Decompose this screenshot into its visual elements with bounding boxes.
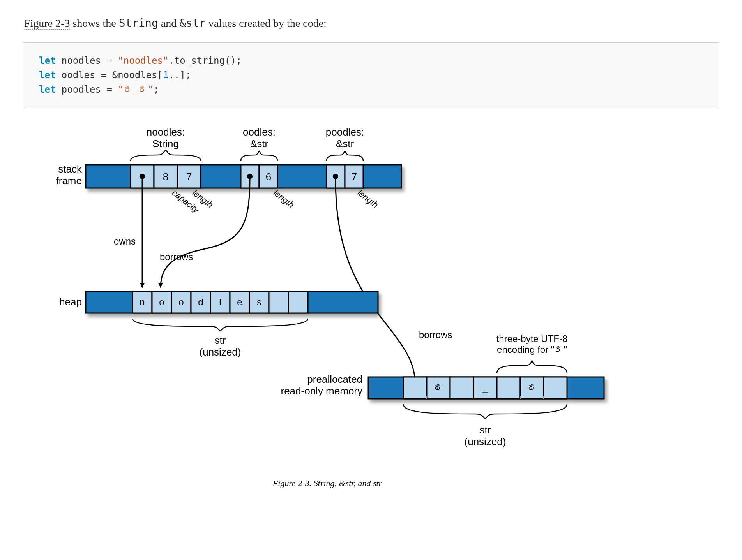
svg-text:length: length xyxy=(272,188,296,210)
noodles-capacity-value: 8 xyxy=(163,171,168,183)
oodles-ptr-dot xyxy=(247,174,253,179)
oodles-name-label: oodles: xyxy=(243,126,276,138)
svg-text:str: str xyxy=(480,424,491,436)
noodles-name-label: noodles: xyxy=(147,126,185,138)
svg-text:e: e xyxy=(237,297,242,307)
noodles-length-value: 7 xyxy=(186,171,192,183)
str-unsized-2: str (unsized) xyxy=(465,424,506,447)
heap-brace xyxy=(132,319,308,331)
heap-cell-8 xyxy=(288,291,308,313)
str-unsized-1: str (unsized) xyxy=(200,335,241,358)
svg-text:ಠ: ಠ xyxy=(433,382,443,393)
borrows-label-2: borrows xyxy=(419,329,452,340)
heap-cell-7 xyxy=(269,291,288,313)
poodles-type-label: &str xyxy=(336,138,354,150)
heap-label: heap xyxy=(59,296,82,308)
svg-text:ಠ: ಠ xyxy=(527,382,537,393)
code-block: let noodles = "noodles".to_string(); let… xyxy=(23,42,719,109)
rom-cell-0 xyxy=(403,377,427,399)
figure-reference: Figure 2-3 xyxy=(24,17,70,30)
poodles-len-value: 7 xyxy=(352,171,357,183)
svg-text:read-only memory: read-only memory xyxy=(281,385,362,397)
intro-paragraph: Figure 2-3 shows the String and &str val… xyxy=(24,16,719,32)
svg-text:o: o xyxy=(178,297,184,307)
top-braces xyxy=(131,150,363,161)
oodles-type-label: &str xyxy=(250,138,269,150)
noodles-ptr-dot xyxy=(140,174,145,179)
svg-text:three-byte UTF-8: three-byte UTF-8 xyxy=(496,333,568,344)
preallocated-label: preallocated read-only memory xyxy=(281,373,362,397)
code-inline-str-ref: &str xyxy=(179,17,205,30)
svg-text:frame: frame xyxy=(56,175,82,187)
noodles-type-label: String xyxy=(152,138,179,150)
owns-label: owns xyxy=(114,236,136,247)
arrow-labels: owns borrows borrows xyxy=(114,236,452,340)
rom-brace xyxy=(403,404,567,419)
field-labels: capacity length length length xyxy=(170,188,380,215)
memory-diagram: noodles: String oodles: &str poodles: &s… xyxy=(23,124,742,513)
utf8-brace xyxy=(497,361,567,373)
svg-text:stack: stack xyxy=(58,163,82,175)
svg-text:o: o xyxy=(159,297,164,307)
code-inline-string: String xyxy=(119,17,158,30)
svg-text:_: _ xyxy=(482,382,488,393)
rom-cell-4 xyxy=(497,377,520,399)
poodles-ptr-dot xyxy=(333,174,338,179)
svg-text:(unsized): (unsized) xyxy=(465,436,506,447)
oodles-len-value: 6 xyxy=(266,171,271,183)
arrow-poodles-borrows xyxy=(336,179,415,383)
rom-cell-2 xyxy=(450,377,473,399)
figure-caption: Figure 2-3. String, &str, and str xyxy=(272,478,382,488)
utf8-label: three-byte UTF-8 encoding for "ಠ" xyxy=(496,333,568,355)
stack-frame-label: stack frame xyxy=(56,163,82,187)
svg-text:l: l xyxy=(219,297,221,307)
svg-text:str: str xyxy=(215,335,226,346)
heap-bar xyxy=(86,291,378,313)
svg-text:encoding for "ಠ": encoding for "ಠ" xyxy=(497,344,567,355)
svg-text:length: length xyxy=(356,188,380,210)
svg-text:s: s xyxy=(257,297,261,307)
borrows-label-1: borrows xyxy=(160,252,193,262)
svg-text:d: d xyxy=(198,297,203,307)
svg-text:preallocated: preallocated xyxy=(307,373,362,385)
svg-text:n: n xyxy=(140,297,145,307)
rom-cell-6 xyxy=(544,377,567,399)
poodles-name-label: poodles: xyxy=(326,126,364,138)
top-labels: noodles: String oodles: &str poodles: &s… xyxy=(147,126,364,150)
svg-text:(unsized): (unsized) xyxy=(200,346,241,358)
